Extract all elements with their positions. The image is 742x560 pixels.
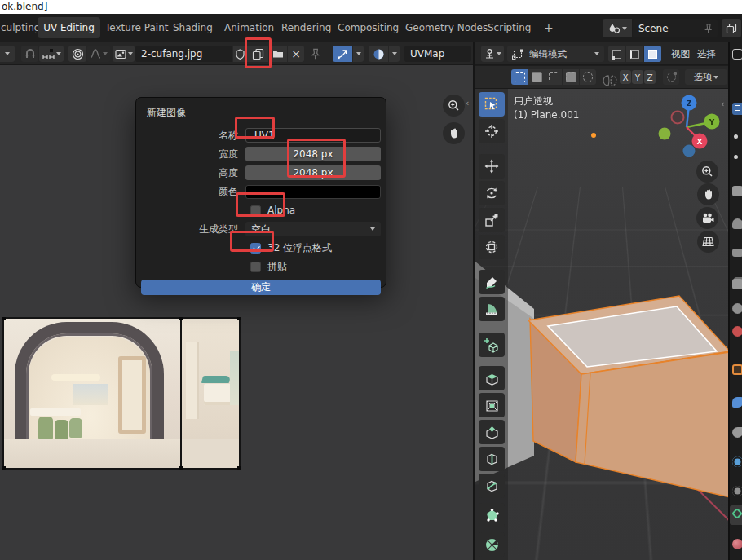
color-swatch[interactable] <box>245 185 381 199</box>
select-extend-button[interactable] <box>528 69 545 85</box>
properties-tab-scene[interactable] <box>732 303 742 314</box>
tool-poly-build[interactable] <box>479 503 505 527</box>
viewport-camera-button[interactable] <box>696 207 718 229</box>
properties-tab-material[interactable] <box>732 539 742 549</box>
uv-sync-button[interactable] <box>333 46 352 62</box>
tool-annotate[interactable] <box>479 270 505 294</box>
uv-edge-mid[interactable] <box>180 317 182 470</box>
uv-vertex[interactable] <box>2 317 6 320</box>
unlink-image-button[interactable]: × <box>288 46 304 62</box>
open-image-button[interactable] <box>269 46 287 62</box>
uvmap-field[interactable]: UVMap <box>404 46 471 62</box>
properties-tab-output[interactable] <box>732 249 742 257</box>
tool-select-box[interactable] <box>479 92 505 117</box>
viewport-zoom-button[interactable] <box>696 161 718 183</box>
properties-tab-particles[interactable] <box>732 427 742 438</box>
width-slider[interactable]: 2048 px <box>245 147 381 161</box>
properties-tab-view-layer[interactable] <box>732 279 742 289</box>
properties-tab-constraints[interactable] <box>732 486 742 496</box>
uv-editor-type-button[interactable] <box>0 46 15 62</box>
select-intersect-button[interactable] <box>580 69 596 85</box>
properties-tab-render[interactable] <box>732 218 742 229</box>
axis-z-button[interactable]: Z <box>644 70 656 84</box>
scene-type-button[interactable] <box>603 19 632 37</box>
tab-animation[interactable]: Animation <box>224 22 274 33</box>
select-mode-vertex[interactable] <box>608 46 625 62</box>
uv-sync-dropdown[interactable] <box>353 46 364 62</box>
options-dropdown[interactable]: 选项 <box>685 69 727 85</box>
properties-tab-active-tool[interactable] <box>732 186 742 196</box>
proportional-falloff-button[interactable] <box>663 69 679 85</box>
properties-tab-object[interactable] <box>732 364 742 375</box>
scene-copy-button[interactable] <box>722 19 741 37</box>
uv-vertex[interactable] <box>179 317 183 320</box>
properties-tab-tool[interactable] <box>732 103 742 115</box>
tool-move[interactable] <box>479 154 505 179</box>
mirror-icon[interactable] <box>602 74 618 87</box>
menu-view[interactable]: 视图 <box>671 48 690 60</box>
viewport-sidebar-collapse-arrow[interactable]: ‹ <box>721 99 724 109</box>
uv-zoom-button[interactable] <box>443 95 465 117</box>
mode-dropdown[interactable]: 编辑模式 <box>507 46 604 62</box>
snap-toggle-button[interactable] <box>21 46 38 62</box>
uv-vertex[interactable] <box>237 466 241 470</box>
image-browse-button[interactable] <box>113 46 135 62</box>
tab-sculpting[interactable]: culpting <box>1 22 40 33</box>
properties-tab-physics[interactable] <box>732 456 742 467</box>
tab-compositing[interactable]: Compositing <box>338 22 399 33</box>
uv-edge-right[interactable] <box>239 317 241 470</box>
tool-bevel[interactable] <box>479 420 505 444</box>
uv-vertex[interactable] <box>2 466 6 470</box>
viewport-pan-button[interactable] <box>697 183 719 205</box>
uv-pan-button[interactable] <box>443 122 465 144</box>
properties-tab-modifiers[interactable] <box>732 397 742 408</box>
tool-spin[interactable] <box>479 532 505 557</box>
uv-edge-left[interactable] <box>2 317 4 470</box>
viewport-editor-type-button[interactable] <box>481 46 504 62</box>
ok-button[interactable]: 确定 <box>141 280 381 295</box>
scene-name-field[interactable]: Scene <box>633 19 718 37</box>
generated-type-dropdown[interactable]: 空白 <box>245 222 381 236</box>
tool-measure[interactable] <box>479 297 505 321</box>
tool-transform[interactable] <box>479 235 505 259</box>
properties-editor-type-button[interactable] <box>732 49 742 60</box>
uv-vertex[interactable] <box>237 317 241 320</box>
viewport-canvas[interactable]: 用户透视 (1) Plane.001 Z Y X <box>475 89 728 560</box>
area-divider-vertical[interactable] <box>473 42 475 560</box>
orientation-gizmo[interactable]: Z Y X <box>656 91 725 160</box>
tool-loop-cut[interactable] <box>479 447 505 471</box>
height-slider[interactable]: 2048 px <box>245 165 381 180</box>
pin-icon[interactable] <box>703 23 713 34</box>
tab-texture-paint[interactable]: Texture Paint <box>105 22 168 33</box>
falloff-dropdown[interactable] <box>87 46 110 62</box>
display-channels-dropdown[interactable] <box>389 46 400 62</box>
axis-y-button[interactable]: Y <box>632 70 643 84</box>
tool-scale[interactable] <box>479 208 505 232</box>
tab-add-workspace[interactable]: + <box>544 21 554 34</box>
tool-knife[interactable] <box>479 474 505 498</box>
proportional-edit-button[interactable] <box>68 46 86 62</box>
float32-checkbox[interactable] <box>250 243 261 254</box>
new-image-dialog[interactable]: 新建图像 名称 UV1 宽度 2048 px 高度 2048 px 颜色 Alp <box>135 97 386 288</box>
tab-shading[interactable]: Shading <box>173 22 213 33</box>
alpha-checkbox[interactable] <box>250 205 261 216</box>
uv-edge-bottom[interactable] <box>2 468 241 470</box>
tool-add-cube[interactable] <box>479 333 505 357</box>
select-invert-button[interactable] <box>563 69 579 85</box>
menu-select[interactable]: 选择 <box>697 48 716 60</box>
properties-tab-world[interactable] <box>732 326 742 337</box>
tab-scripting[interactable]: Scripting <box>488 22 531 33</box>
tool-inset[interactable] <box>479 393 505 417</box>
snap-target-button[interactable] <box>39 46 64 62</box>
display-channels-button[interactable] <box>369 46 388 62</box>
name-input[interactable]: UV1 <box>245 128 381 143</box>
tab-geometry-nodes[interactable]: Geometry Nodes <box>405 22 488 33</box>
select-mode-edge[interactable] <box>626 46 643 62</box>
tiled-checkbox[interactable] <box>250 262 261 272</box>
uv-edge-top[interactable] <box>2 317 241 319</box>
tool-extrude[interactable] <box>479 366 505 390</box>
tab-rendering[interactable]: Rendering <box>281 22 331 33</box>
uv-vertex[interactable] <box>179 466 183 470</box>
fake-user-button[interactable] <box>233 46 246 62</box>
tool-rotate[interactable] <box>479 181 505 205</box>
